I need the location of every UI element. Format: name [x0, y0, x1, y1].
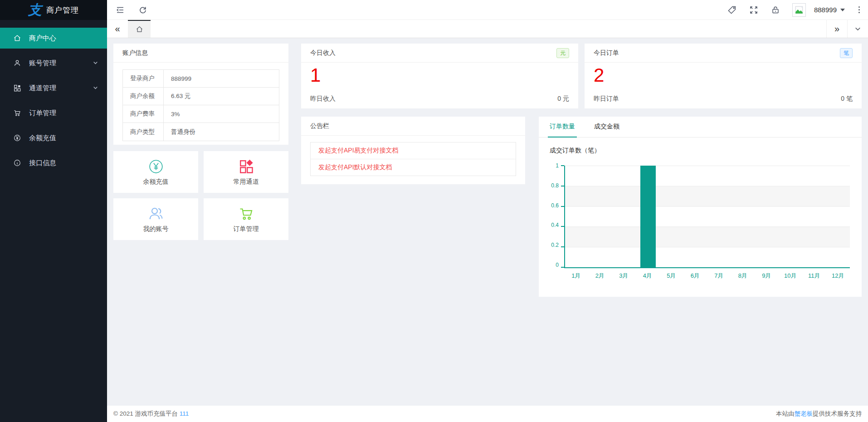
support-link[interactable]: 蟹老板	[795, 410, 813, 417]
shortcut-label: 订单管理	[234, 225, 259, 233]
x-axis-label: 10月	[779, 272, 803, 280]
sidebar-item-label: 通道管理	[29, 84, 93, 93]
table-row: 登录商户 888999	[123, 70, 279, 88]
home-icon	[13, 34, 22, 43]
left-column: 账户信息 登录商户 888999 商户余额 6.63 元 商户费率	[113, 44, 288, 400]
y-axis-label: 0	[556, 262, 559, 268]
lock-icon[interactable]	[770, 5, 780, 15]
shortcut-label: 我的账号	[143, 225, 169, 233]
bar-slot	[565, 166, 589, 267]
sidebar-item-balance-recharge[interactable]: 余额充值	[0, 128, 107, 148]
user-menu[interactable]: 888999	[792, 3, 845, 17]
copyright-link[interactable]: 111	[180, 410, 189, 417]
main-area: 888999 « » 账户信息	[107, 0, 868, 422]
bar-slot	[826, 166, 850, 267]
y-axis-label: 0.2	[551, 242, 559, 248]
row-value: 6.63 元	[164, 88, 279, 105]
bar-slot	[684, 166, 707, 267]
chart-bars	[565, 166, 850, 267]
chart-tabs: 订单数量 成交金额	[539, 117, 862, 137]
row-value: 3%	[164, 105, 279, 123]
yesterday-income-label: 昨日收入	[310, 95, 336, 103]
topbar: 888999	[107, 0, 868, 20]
sidebar-item-channel-management[interactable]: 通道管理	[0, 78, 107, 98]
table-row: 商户费率 3%	[123, 105, 279, 123]
today-orders-header: 今日订单 笔	[585, 44, 862, 63]
shortcuts-grid: 余额充值 常用通道 我的账号	[113, 151, 288, 240]
dashboard-content: 账户信息 登录商户 888999 商户余额 6.63 元 商户费率	[107, 38, 868, 406]
shortcut-balance-recharge[interactable]: 余额充值	[113, 151, 198, 193]
y-axis-tick	[561, 186, 564, 186]
tabs-scroll-right-icon[interactable]: »	[826, 20, 847, 38]
more-options-icon[interactable]	[857, 5, 862, 14]
logo-icon: 支	[28, 3, 42, 17]
today-orders-card: 今日订单 笔 2 昨日订单 0 笔	[585, 44, 862, 108]
yesterday-orders-label: 昨日订单	[594, 95, 619, 103]
y-axis-tick	[561, 226, 564, 227]
today-income-value: 1	[310, 64, 569, 86]
tab-transaction-amount[interactable]: 成交金额	[592, 117, 621, 137]
announcement-link[interactable]: 发起支付API默认对接文档	[311, 159, 516, 176]
y-axis-label: 0.8	[551, 182, 559, 189]
row-value: 普通身份	[164, 123, 279, 141]
row-label: 商户费率	[123, 105, 164, 123]
tab-order-quantity[interactable]: 订单数量	[548, 117, 577, 137]
app-title: 商户管理	[46, 5, 79, 15]
today-orders-value: 2	[594, 64, 853, 86]
refresh-icon[interactable]	[138, 5, 148, 15]
sidebar-item-account-management[interactable]: 账号管理	[0, 53, 107, 74]
sidebar-collapse-icon[interactable]	[115, 5, 125, 15]
fullscreen-icon[interactable]	[749, 5, 759, 15]
y-axis-label: 0.6	[551, 202, 559, 209]
people-icon	[148, 205, 164, 222]
topbar-right: 888999	[727, 3, 868, 17]
tab-home[interactable]	[128, 20, 151, 38]
sidebar-item-order-management[interactable]: 订单管理	[0, 103, 107, 123]
chevron-down-icon	[93, 60, 99, 66]
yesterday-orders-value: 0 笔	[841, 95, 853, 103]
grid-icon	[13, 83, 22, 93]
home-tab-icon	[136, 25, 143, 33]
yesterday-income-value: 0 元	[557, 95, 569, 103]
sidebar: 支 商户管理 商户中心 账号管理	[0, 0, 107, 422]
yesterday-income-row: 昨日收入 0 元	[310, 95, 569, 103]
app-window: 支 商户管理 商户中心 账号管理	[0, 0, 868, 422]
x-axis-label: 5月	[659, 272, 683, 280]
sidebar-item-label: 账号管理	[29, 59, 93, 68]
y-axis-tick	[561, 165, 564, 166]
tabs-menu-icon[interactable]	[847, 20, 868, 38]
unit-badge-bi: 笔	[840, 48, 853, 58]
bar-slot	[636, 166, 660, 267]
footer-support: 本站由蟹老板提供技术服务支持	[776, 410, 862, 418]
announcement-link[interactable]: 发起支付API易支付对接文档	[311, 142, 516, 159]
chevron-down-icon	[93, 85, 99, 91]
announcement-title: 公告栏	[310, 122, 329, 130]
bar-slot	[779, 166, 802, 267]
shortcut-common-channels[interactable]: 常用通道	[204, 151, 288, 193]
x-axis-label: 4月	[636, 272, 660, 280]
account-info-header: 账户信息	[113, 44, 288, 63]
shortcut-my-account[interactable]: 我的账号	[113, 198, 198, 240]
tabs-bar: « »	[107, 20, 868, 38]
x-axis-label: 3月	[612, 272, 636, 280]
topbar-left	[107, 5, 148, 15]
yesterday-orders-row: 昨日订单 0 笔	[594, 95, 853, 103]
y-axis-label: 1	[556, 162, 559, 169]
tag-icon[interactable]	[727, 5, 737, 15]
stats-row: 今日收入 元 1 昨日收入 0 元 今日订单	[301, 44, 862, 108]
info-circle-icon	[13, 158, 22, 167]
footer-copyright: © 2021 游戏币充值平台 111	[113, 410, 189, 418]
sidebar-item-label: 余额充值	[29, 134, 99, 142]
tabs-scroll-left-icon[interactable]: «	[107, 20, 128, 38]
shortcut-order-management[interactable]: 订单管理	[204, 198, 288, 240]
bar-slot	[731, 166, 755, 267]
row-value: 888999	[164, 70, 279, 87]
orders-chart-card: 订单数量 成交金额 成交订单数（笔） 00.20.40.60.81 1月2月3月…	[539, 117, 862, 297]
sidebar-item-merchant-center[interactable]: 商户中心	[0, 28, 107, 49]
x-axis-label: 12月	[826, 272, 850, 280]
account-info-card: 账户信息 登录商户 888999 商户余额 6.63 元 商户费率	[113, 44, 288, 145]
chart-body: 成交订单数（笔） 00.20.40.60.81 1月2月3月4月5月6月7月8月…	[539, 137, 862, 280]
username: 888999	[814, 6, 837, 14]
sidebar-item-api-info[interactable]: 接口信息	[0, 152, 107, 173]
logo: 支 商户管理	[0, 0, 107, 20]
